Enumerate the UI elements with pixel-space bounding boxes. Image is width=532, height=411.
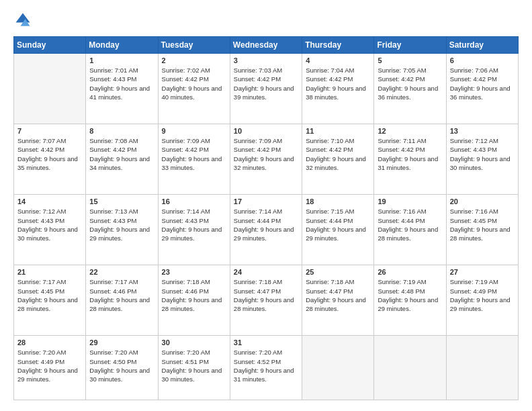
calendar-week-5: 28Sunrise: 7:20 AM Sunset: 4:49 PM Dayli…	[14, 336, 519, 400]
calendar-cell: 29Sunrise: 7:20 AM Sunset: 4:50 PM Dayli…	[86, 336, 158, 400]
cell-info: Sunrise: 7:14 AM Sunset: 4:43 PM Dayligh…	[162, 207, 226, 242]
day-number: 29	[89, 338, 154, 347]
cell-info: Sunrise: 7:09 AM Sunset: 4:42 PM Dayligh…	[234, 136, 298, 172]
cell-info: Sunrise: 7:11 AM Sunset: 4:42 PM Dayligh…	[378, 136, 442, 172]
calendar-cell: 28Sunrise: 7:20 AM Sunset: 4:49 PM Dayli…	[14, 336, 86, 400]
calendar-cell: 30Sunrise: 7:20 AM Sunset: 4:51 PM Dayli…	[158, 336, 230, 400]
page: SundayMondayTuesdayWednesdayThursdayFrid…	[0, 0, 532, 411]
calendar-header-saturday: Saturday	[446, 37, 518, 54]
calendar-table: SundayMondayTuesdayWednesdayThursdayFrid…	[13, 36, 519, 400]
day-number: 4	[306, 56, 370, 64]
calendar-header-thursday: Thursday	[302, 37, 374, 54]
day-number: 2	[162, 56, 226, 64]
day-number: 3	[234, 56, 298, 64]
logo-icon	[13, 11, 32, 30]
calendar-cell: 1Sunrise: 7:01 AM Sunset: 4:43 PM Daylig…	[86, 54, 158, 124]
cell-info: Sunrise: 7:17 AM Sunset: 4:46 PM Dayligh…	[89, 277, 154, 313]
day-number: 28	[17, 338, 82, 347]
cell-info: Sunrise: 7:20 AM Sunset: 4:49 PM Dayligh…	[17, 348, 82, 383]
day-number: 11	[306, 127, 370, 135]
calendar-week-2: 7Sunrise: 7:07 AM Sunset: 4:42 PM Daylig…	[14, 124, 519, 195]
calendar-cell: 20Sunrise: 7:16 AM Sunset: 4:45 PM Dayli…	[446, 195, 518, 265]
cell-info: Sunrise: 7:04 AM Sunset: 4:42 PM Dayligh…	[306, 66, 370, 101]
calendar-cell: 23Sunrise: 7:18 AM Sunset: 4:46 PM Dayli…	[158, 265, 230, 336]
logo	[13, 11, 35, 30]
cell-info: Sunrise: 7:08 AM Sunset: 4:42 PM Dayligh…	[89, 136, 154, 172]
day-number: 1	[89, 56, 154, 64]
cell-info: Sunrise: 7:19 AM Sunset: 4:48 PM Dayligh…	[378, 277, 442, 313]
calendar-cell: 19Sunrise: 7:16 AM Sunset: 4:44 PM Dayli…	[374, 195, 446, 265]
cell-info: Sunrise: 7:01 AM Sunset: 4:43 PM Dayligh…	[89, 66, 154, 101]
calendar-cell: 13Sunrise: 7:12 AM Sunset: 4:43 PM Dayli…	[446, 124, 518, 195]
calendar-cell: 14Sunrise: 7:12 AM Sunset: 4:43 PM Dayli…	[14, 195, 86, 265]
day-number: 21	[17, 268, 82, 276]
day-number: 13	[450, 127, 515, 135]
cell-info: Sunrise: 7:10 AM Sunset: 4:42 PM Dayligh…	[306, 136, 370, 172]
calendar-cell: 21Sunrise: 7:17 AM Sunset: 4:45 PM Dayli…	[14, 265, 86, 336]
svg-marker-0	[16, 13, 30, 23]
cell-info: Sunrise: 7:16 AM Sunset: 4:44 PM Dayligh…	[378, 207, 442, 242]
day-number: 23	[162, 268, 226, 276]
cell-info: Sunrise: 7:05 AM Sunset: 4:42 PM Dayligh…	[378, 66, 442, 101]
calendar-cell: 22Sunrise: 7:17 AM Sunset: 4:46 PM Dayli…	[86, 265, 158, 336]
cell-info: Sunrise: 7:16 AM Sunset: 4:45 PM Dayligh…	[450, 207, 515, 242]
cell-info: Sunrise: 7:18 AM Sunset: 4:47 PM Dayligh…	[234, 277, 298, 313]
day-number: 26	[378, 268, 442, 276]
calendar-cell	[14, 54, 86, 124]
day-number: 20	[450, 197, 515, 205]
cell-info: Sunrise: 7:07 AM Sunset: 4:42 PM Dayligh…	[17, 136, 82, 172]
day-number: 19	[378, 197, 442, 205]
cell-info: Sunrise: 7:02 AM Sunset: 4:42 PM Dayligh…	[162, 66, 226, 101]
day-number: 24	[234, 268, 298, 276]
day-number: 12	[378, 127, 442, 135]
cell-info: Sunrise: 7:06 AM Sunset: 4:42 PM Dayligh…	[450, 66, 515, 101]
calendar-cell: 25Sunrise: 7:18 AM Sunset: 4:47 PM Dayli…	[302, 265, 374, 336]
day-number: 25	[306, 268, 370, 276]
calendar-cell: 27Sunrise: 7:19 AM Sunset: 4:49 PM Dayli…	[446, 265, 518, 336]
cell-info: Sunrise: 7:15 AM Sunset: 4:44 PM Dayligh…	[306, 207, 370, 242]
day-number: 17	[234, 197, 298, 205]
cell-info: Sunrise: 7:12 AM Sunset: 4:43 PM Dayligh…	[450, 136, 515, 172]
day-number: 10	[234, 127, 298, 135]
cell-info: Sunrise: 7:20 AM Sunset: 4:51 PM Dayligh…	[162, 348, 226, 383]
calendar-cell	[446, 336, 518, 400]
day-number: 22	[89, 268, 154, 276]
calendar-cell	[302, 336, 374, 400]
calendar-header-monday: Monday	[86, 37, 158, 54]
day-number: 30	[162, 338, 226, 347]
cell-info: Sunrise: 7:17 AM Sunset: 4:45 PM Dayligh…	[17, 277, 82, 313]
cell-info: Sunrise: 7:19 AM Sunset: 4:49 PM Dayligh…	[450, 277, 515, 313]
day-number: 9	[162, 127, 226, 135]
calendar-header-wednesday: Wednesday	[230, 37, 302, 54]
calendar-header-sunday: Sunday	[14, 37, 86, 54]
day-number: 31	[234, 338, 298, 347]
calendar-cell: 7Sunrise: 7:07 AM Sunset: 4:42 PM Daylig…	[14, 124, 86, 195]
calendar-cell	[374, 336, 446, 400]
calendar-cell: 10Sunrise: 7:09 AM Sunset: 4:42 PM Dayli…	[230, 124, 302, 195]
day-number: 7	[17, 127, 82, 135]
calendar-header-tuesday: Tuesday	[158, 37, 230, 54]
calendar-cell: 3Sunrise: 7:03 AM Sunset: 4:42 PM Daylig…	[230, 54, 302, 124]
day-number: 14	[17, 197, 82, 205]
day-number: 5	[378, 56, 442, 64]
calendar-cell: 18Sunrise: 7:15 AM Sunset: 4:44 PM Dayli…	[302, 195, 374, 265]
calendar-cell: 8Sunrise: 7:08 AM Sunset: 4:42 PM Daylig…	[86, 124, 158, 195]
calendar-cell: 11Sunrise: 7:10 AM Sunset: 4:42 PM Dayli…	[302, 124, 374, 195]
cell-info: Sunrise: 7:18 AM Sunset: 4:46 PM Dayligh…	[162, 277, 226, 313]
calendar-cell: 24Sunrise: 7:18 AM Sunset: 4:47 PM Dayli…	[230, 265, 302, 336]
calendar-cell: 31Sunrise: 7:20 AM Sunset: 4:52 PM Dayli…	[230, 336, 302, 400]
day-number: 27	[450, 268, 515, 276]
day-number: 16	[162, 197, 226, 205]
cell-info: Sunrise: 7:20 AM Sunset: 4:52 PM Dayligh…	[234, 348, 298, 383]
calendar-cell: 9Sunrise: 7:09 AM Sunset: 4:42 PM Daylig…	[158, 124, 230, 195]
calendar-cell: 5Sunrise: 7:05 AM Sunset: 4:42 PM Daylig…	[374, 54, 446, 124]
cell-info: Sunrise: 7:09 AM Sunset: 4:42 PM Dayligh…	[162, 136, 226, 172]
calendar-cell: 2Sunrise: 7:02 AM Sunset: 4:42 PM Daylig…	[158, 54, 230, 124]
cell-info: Sunrise: 7:14 AM Sunset: 4:44 PM Dayligh…	[234, 207, 298, 242]
day-number: 6	[450, 56, 515, 64]
cell-info: Sunrise: 7:13 AM Sunset: 4:43 PM Dayligh…	[89, 207, 154, 242]
cell-info: Sunrise: 7:18 AM Sunset: 4:47 PM Dayligh…	[306, 277, 370, 313]
cell-info: Sunrise: 7:03 AM Sunset: 4:42 PM Dayligh…	[234, 66, 298, 101]
cell-info: Sunrise: 7:20 AM Sunset: 4:50 PM Dayligh…	[89, 348, 154, 383]
calendar-cell: 15Sunrise: 7:13 AM Sunset: 4:43 PM Dayli…	[86, 195, 158, 265]
